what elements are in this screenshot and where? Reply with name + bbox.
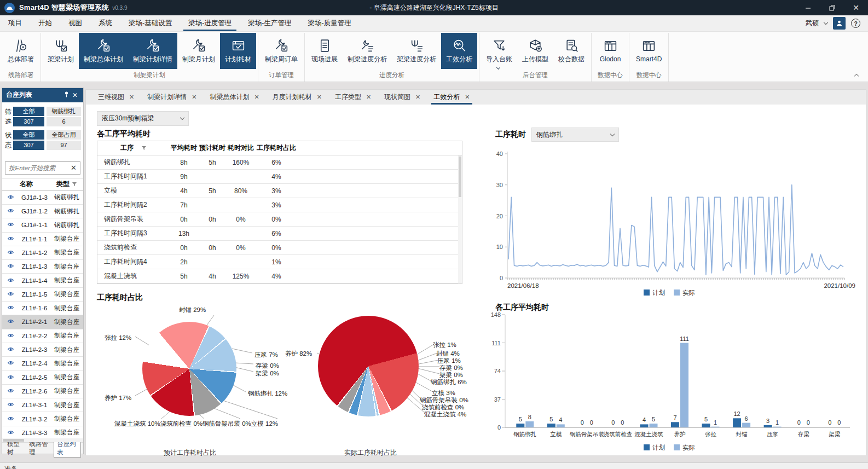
ribbon-button-upload-model[interactable]: 上传模型 <box>517 33 553 69</box>
menu-item-2[interactable]: 开始 <box>30 15 60 31</box>
pedestal-row[interactable]: ZL1#-1-1制梁台座 <box>2 233 83 246</box>
ribbon-button-crane-list[interactable]: 架梁进度分析 <box>392 33 441 69</box>
column-name[interactable]: 名称 <box>2 180 50 189</box>
eye-icon[interactable] <box>2 387 19 395</box>
user-name[interactable]: 武硕 <box>806 19 819 28</box>
tab-close-icon[interactable]: ✕ <box>366 94 371 101</box>
ribbon-button-box-check[interactable]: 计划耗材 <box>220 33 256 69</box>
status-occupied-button[interactable]: 全部占用 <box>47 130 81 140</box>
pedestal-row[interactable]: GJ1#-1-2钢筋绑扎 <box>2 205 83 218</box>
user-chevron-down-icon[interactable] <box>824 20 828 25</box>
table-row[interactable]: 工序耗时间隔27h3% <box>97 198 462 212</box>
pedestal-row[interactable]: ZL1#-2-2制梁台座 <box>2 329 83 343</box>
tab-close-icon[interactable]: ✕ <box>415 94 420 101</box>
filter-all-button[interactable]: 全部 <box>13 107 44 116</box>
filter-type-count[interactable]: 6 <box>47 117 81 126</box>
search-box[interactable]: ✕ <box>5 161 80 175</box>
tab-现状简图[interactable]: 现状简图✕ <box>378 90 427 105</box>
eye-icon[interactable] <box>2 346 19 354</box>
pedestal-row[interactable]: ZL1#-2-6制梁台座 <box>2 385 83 398</box>
ribbon-button-crane-check[interactable]: 架梁计划 <box>43 33 79 69</box>
pedestal-row[interactable]: ZL1#-1-6制梁台座 <box>2 302 83 315</box>
pedestal-row[interactable]: ZL1#-3-1制梁台座 <box>2 398 83 412</box>
ribbon-button-wrench-check[interactable]: 制梁月计划 <box>177 33 220 69</box>
pedestal-row[interactable]: ZL1#-2-3制梁台座 <box>2 343 83 357</box>
eye-icon[interactable] <box>2 249 19 257</box>
eye-icon[interactable] <box>2 415 19 423</box>
beam-type-dropdown[interactable]: 液压30m预制箱梁 <box>97 111 189 126</box>
table-row[interactable]: 混凝土浇筑5h4h125%4% <box>97 269 462 283</box>
eye-icon[interactable] <box>2 332 19 340</box>
close-button[interactable]: ✕ <box>844 0 868 15</box>
eye-icon[interactable] <box>2 401 19 409</box>
eye-icon[interactable] <box>2 429 19 437</box>
menu-item-5[interactable]: 梁场-基础设置 <box>120 15 180 31</box>
tab-制梁总体计划[interactable]: 制梁总体计划✕ <box>203 90 265 105</box>
eye-icon[interactable] <box>2 318 19 326</box>
filter-type-button[interactable]: 钢筋绑扎 <box>47 107 81 116</box>
pin-icon[interactable] <box>62 91 71 99</box>
status-occupied-count[interactable]: 97 <box>47 141 81 150</box>
restore-button[interactable] <box>820 0 844 15</box>
ribbon-button-wrench-check[interactable]: 制梁周订单 <box>260 33 303 69</box>
ribbon-button-verify-data[interactable]: 校合数据 <box>553 33 589 69</box>
menu-item-8[interactable]: 梁场-质量管理 <box>300 15 360 31</box>
filter-funnel-icon[interactable] <box>141 146 147 151</box>
filter-funnel-icon[interactable] <box>72 182 77 187</box>
column-type[interactable]: 类型 <box>50 180 83 189</box>
ribbon-button-data-grid[interactable]: Smart4D <box>631 33 667 69</box>
menu-item-4[interactable]: 系统 <box>90 15 120 31</box>
pedestal-row[interactable]: ZL1#-2-4制梁台座 <box>2 357 83 370</box>
panel-close-icon[interactable]: ✕ <box>71 91 79 99</box>
tab-工效分析[interactable]: 工效分析✕ <box>427 90 476 105</box>
pedestal-row[interactable]: ZL1#-1-5制梁台座 <box>2 288 83 302</box>
ribbon-collapse-chevron-icon[interactable] <box>855 70 863 76</box>
status-all-count[interactable]: 307 <box>13 141 44 150</box>
menu-item-7[interactable]: 梁场-生产管理 <box>240 15 299 31</box>
eye-icon[interactable] <box>2 374 19 381</box>
eye-icon[interactable] <box>2 291 19 298</box>
tab-close-icon[interactable]: ✕ <box>129 94 134 101</box>
eye-icon[interactable] <box>2 207 19 215</box>
eye-icon[interactable] <box>2 194 19 201</box>
minimize-button[interactable] <box>796 0 820 15</box>
pedestal-row[interactable]: ZL1#-3-3制梁台座 <box>2 426 83 438</box>
menu-item-1[interactable]: 项目 <box>0 15 30 31</box>
horizontal-scrollbar[interactable] <box>2 438 83 442</box>
ribbon-button-wrench-check[interactable]: 制梁总体计划 <box>79 33 128 69</box>
tab-close-icon[interactable]: ✕ <box>254 94 259 101</box>
ribbon-button-pulse-search[interactable]: 工效分析 <box>441 33 477 69</box>
pedestal-row[interactable]: GJ1#-1-1钢筋绑扎 <box>2 218 83 232</box>
process-dropdown[interactable]: 钢筋绑扎 <box>531 128 619 142</box>
menu-item-6[interactable]: 梁场-进度管理 <box>180 15 240 31</box>
pedestal-row[interactable]: ZL1#-2-1制梁台座 <box>2 315 83 329</box>
search-clear-icon[interactable]: ✕ <box>71 164 77 172</box>
eye-icon[interactable] <box>2 263 19 270</box>
eye-icon[interactable] <box>2 304 19 312</box>
filter-all-count[interactable]: 307 <box>13 117 44 126</box>
help-icon[interactable]: ? <box>851 19 860 28</box>
table-row[interactable]: 工序耗时间隔5 <box>97 283 462 284</box>
user-avatar[interactable] <box>833 17 846 30</box>
tab-close-icon[interactable]: ✕ <box>192 94 196 101</box>
table-row[interactable]: 钢筋绑扎8h5h160%6% <box>97 155 462 170</box>
eye-icon[interactable] <box>2 277 19 285</box>
search-input[interactable] <box>9 165 71 171</box>
table-row[interactable]: 工序耗时间隔42h1% <box>97 255 462 269</box>
pedestal-row[interactable]: ZL1#-1-4制梁台座 <box>2 274 83 287</box>
tab-制梁计划详情[interactable]: 制梁计划详情✕ <box>141 90 203 105</box>
tab-close-icon[interactable]: ✕ <box>465 94 470 101</box>
pedestal-row[interactable]: GJ1#-1-3钢筋绑扎 <box>2 191 83 205</box>
eye-icon[interactable] <box>2 360 19 367</box>
menu-item-3[interactable]: 视图 <box>60 15 90 31</box>
table-row[interactable]: 工序耗时间隔313h6% <box>97 227 462 241</box>
ribbon-button-deploy[interactable]: 总体部署 <box>3 33 39 69</box>
ribbon-button-wrench-check[interactable]: 制梁计划详情 <box>128 33 177 69</box>
table-row[interactable]: 工序耗时间隔19h4% <box>97 170 462 184</box>
table-vertical-scrollbar[interactable] <box>458 155 462 283</box>
tab-close-icon[interactable]: ✕ <box>317 94 322 101</box>
table-row[interactable]: 钢筋骨架吊装0h0h0%0% <box>97 212 462 227</box>
eye-icon[interactable] <box>2 235 19 243</box>
tab-三维视图[interactable]: 三维视图✕ <box>91 90 141 105</box>
tab-工序类型[interactable]: 工序类型✕ <box>328 90 378 105</box>
